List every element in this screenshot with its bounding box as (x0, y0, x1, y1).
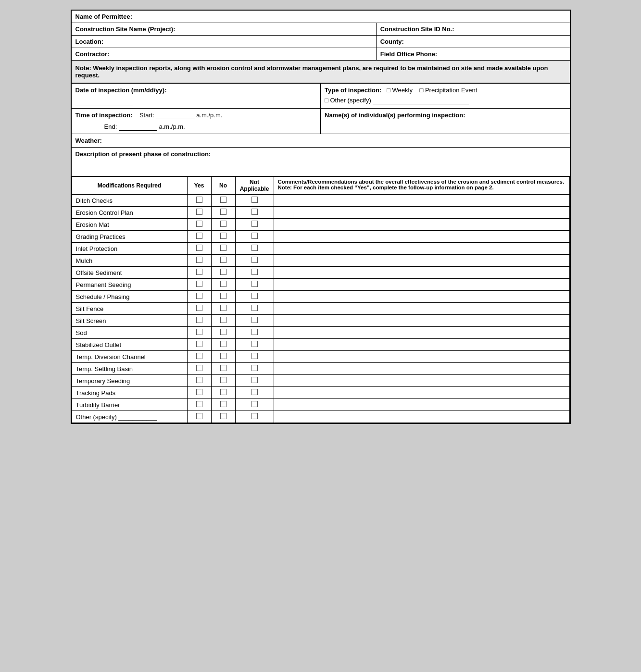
other-checkbox[interactable]: □ (325, 97, 328, 104)
start-suffix: a.m./p.m. (196, 112, 222, 119)
checklist-item-name: Other (specify) ___________ (72, 411, 187, 423)
weekly-label: Weekly (392, 87, 413, 94)
names-cell: Name(s) of individual(s) performing insp… (321, 109, 570, 134)
na-checkbox[interactable] (235, 291, 274, 303)
yes-checkbox[interactable] (187, 339, 211, 351)
start-label: Start: (139, 112, 154, 119)
na-checkbox[interactable] (235, 387, 274, 399)
no-checkbox[interactable] (211, 339, 235, 351)
yes-checkbox[interactable] (187, 195, 211, 207)
yes-checkbox[interactable] (187, 303, 211, 315)
site-name-cell: Construction Site Name (Project): (72, 23, 377, 35)
no-checkbox[interactable] (211, 315, 235, 327)
yes-checkbox[interactable] (187, 231, 211, 243)
checklist-row: Ditch Checks (72, 195, 569, 207)
field-office-cell: Field Office Phone: (377, 48, 570, 60)
comments-cell (274, 279, 569, 291)
no-checkbox[interactable] (211, 399, 235, 411)
comments-cell (274, 255, 569, 267)
no-checkbox[interactable] (211, 411, 235, 423)
no-checkbox[interactable] (211, 279, 235, 291)
comments-cell (274, 363, 569, 375)
na-checkbox[interactable] (235, 219, 274, 231)
na-checkbox[interactable] (235, 267, 274, 279)
na-checkbox[interactable] (235, 255, 274, 267)
na-checkbox[interactable] (235, 195, 274, 207)
yes-checkbox[interactable] (187, 255, 211, 267)
no-checkbox[interactable] (211, 387, 235, 399)
yes-checkbox[interactable] (187, 279, 211, 291)
na-checkbox[interactable] (235, 327, 274, 339)
comments-cell (274, 303, 569, 315)
county-cell: County: (377, 36, 570, 48)
comments-text: Comments/Recommendations about the overa… (278, 179, 565, 190)
na-checkbox[interactable] (235, 411, 274, 423)
na-checkbox[interactable] (235, 243, 274, 255)
comments-cell (274, 231, 569, 243)
checklist-item-name: Erosion Mat (72, 219, 187, 231)
na-checkbox[interactable] (235, 399, 274, 411)
no-checkbox[interactable] (211, 351, 235, 363)
no-checkbox[interactable] (211, 291, 235, 303)
time-cell: Time of inspection: Start: a.m./p.m. End… (72, 109, 321, 134)
checklist-row: Inlet Protection (72, 243, 569, 255)
col-comments: Comments/Recommendations about the overa… (274, 177, 569, 195)
no-checkbox[interactable] (211, 231, 235, 243)
inspection-section: Date of inspection (mm/dd/yy): Type of i… (72, 84, 570, 176)
contractor-label: Contractor: (75, 50, 110, 58)
na-checkbox[interactable] (235, 303, 274, 315)
weekly-checkbox[interactable]: □ (387, 87, 390, 94)
yes-checkbox[interactable] (187, 207, 211, 219)
yes-checkbox[interactable] (187, 291, 211, 303)
no-checkbox[interactable] (211, 363, 235, 375)
na-checkbox[interactable] (235, 207, 274, 219)
yes-checkbox[interactable] (187, 351, 211, 363)
na-checkbox[interactable] (235, 363, 274, 375)
yes-checkbox[interactable] (187, 315, 211, 327)
yes-checkbox[interactable] (187, 375, 211, 387)
no-checkbox[interactable] (211, 207, 235, 219)
yes-checkbox[interactable] (187, 327, 211, 339)
checklist-row: Silt Fence (72, 303, 569, 315)
col-modifications: Modifications Required (72, 177, 187, 195)
yes-checkbox[interactable] (187, 387, 211, 399)
yes-checkbox[interactable] (187, 267, 211, 279)
yes-checkbox[interactable] (187, 363, 211, 375)
no-checkbox[interactable] (211, 219, 235, 231)
no-checkbox[interactable] (211, 327, 235, 339)
checklist-row: Erosion Mat (72, 219, 569, 231)
yes-checkbox[interactable] (187, 399, 211, 411)
no-checkbox[interactable] (211, 267, 235, 279)
weather-label: Weather: (75, 137, 102, 144)
other-label: Other (specify) (330, 97, 371, 104)
no-checkbox[interactable] (211, 303, 235, 315)
yes-checkbox[interactable] (187, 411, 211, 423)
no-checkbox[interactable] (211, 375, 235, 387)
no-checkbox[interactable] (211, 243, 235, 255)
field-office-label: Field Office Phone: (380, 50, 437, 58)
comments-cell (274, 375, 569, 387)
desc-label: Description of present phase of construc… (75, 150, 211, 158)
comments-cell (274, 243, 569, 255)
checklist-row: Erosion Control Plan (72, 207, 569, 219)
yes-checkbox[interactable] (187, 243, 211, 255)
na-checkbox[interactable] (235, 231, 274, 243)
date-label: Date of inspection (mm/dd/yy): (75, 87, 317, 94)
na-checkbox[interactable] (235, 375, 274, 387)
no-checkbox[interactable] (211, 255, 235, 267)
location-label: Location: (75, 38, 104, 45)
na-checkbox[interactable] (235, 315, 274, 327)
checklist-row: Temporary Seeding (72, 375, 569, 387)
na-checkbox[interactable] (235, 339, 274, 351)
no-checkbox[interactable] (211, 195, 235, 207)
na-checkbox[interactable] (235, 279, 274, 291)
date-type-row: Date of inspection (mm/dd/yy): Type of i… (72, 84, 570, 109)
checklist-item-name: Sod (72, 327, 187, 339)
checklist-item-name: Grading Practices (72, 231, 187, 243)
form-container: Name of Permittee: Construction Site Nam… (71, 10, 571, 424)
na-checkbox[interactable] (235, 351, 274, 363)
yes-checkbox[interactable] (187, 219, 211, 231)
comments-cell (274, 219, 569, 231)
precip-checkbox[interactable]: □ (419, 87, 423, 94)
time-label: Time of inspection: (75, 112, 133, 119)
